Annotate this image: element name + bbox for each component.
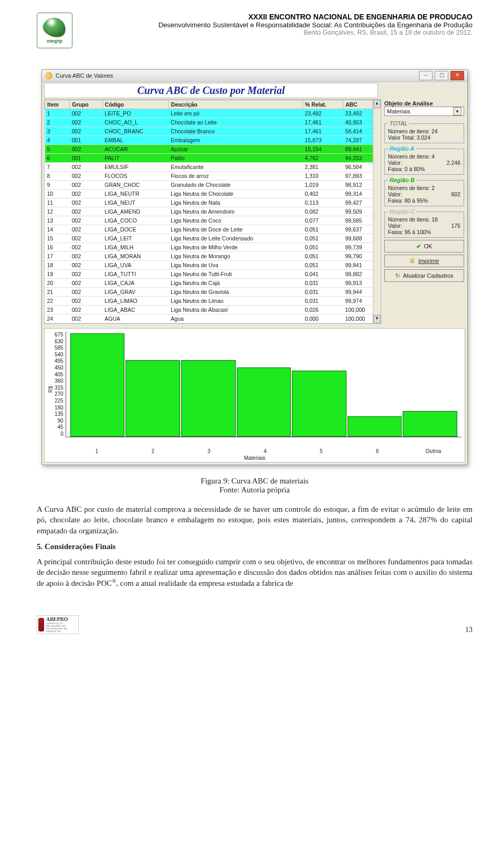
- table-row[interactable]: 8002FLOCOSFlocos de arroz1,31097,893: [45, 172, 381, 181]
- region-c-legend: Região C: [388, 208, 416, 215]
- scroll-up-button[interactable]: ▲: [373, 100, 381, 108]
- chart-panel: R$ 6756305855404954504053603152702251801…: [44, 328, 465, 462]
- print-button-label: Imprimir: [418, 258, 439, 264]
- table-row[interactable]: 5002ACUCARAçúcar15,15489,441: [45, 145, 381, 154]
- table-row[interactable]: 9002GRAN_CHOCGranulado de Chocolate1,019…: [45, 181, 381, 190]
- analysis-select[interactable]: Materiais ▼: [384, 107, 464, 116]
- x-tick: 2: [125, 448, 181, 454]
- table-cell: LIGA_TUTTI: [102, 270, 169, 279]
- table-cell: Palito: [169, 154, 302, 163]
- table-cell: CHOC_AO_L: [102, 118, 169, 127]
- table-cell: 14: [45, 225, 70, 234]
- table-cell: 0,026: [302, 306, 343, 314]
- table-cell: 002: [70, 314, 103, 323]
- region-b-itens-value: 2: [432, 185, 435, 191]
- total-valor-label: Valor Total:: [388, 134, 415, 141]
- table-row[interactable]: 21002LIGA_GRAVLiga Neutra de Graviola0,0…: [45, 288, 381, 297]
- table-cell: 0,051: [302, 252, 343, 261]
- table-row[interactable]: 24002AGUAAgua0,000100,000: [45, 314, 381, 323]
- table-cell: 002: [70, 234, 103, 243]
- minimize-button[interactable]: –: [419, 71, 433, 80]
- x-axis-label: Materiais: [48, 455, 461, 461]
- region-b-valor-label: Valor:: [388, 191, 402, 197]
- table-row[interactable]: 4001EMBALEmbalagem15,87374,287: [45, 136, 381, 145]
- table-cell: Chocolate ao Leite: [169, 118, 302, 127]
- region-c-faixa-label: Faixa:: [388, 229, 403, 235]
- section-heading: 5. Considerações Finais: [37, 542, 472, 551]
- table-row[interactable]: 14002LIGA_DOCELiga Neutra de Doce de Lei…: [45, 225, 381, 234]
- table-row[interactable]: 19002LIGA_TUTTILiga Neutra de Tutti-Frut…: [45, 270, 381, 279]
- table-cell: Liga Neutra de Milho Verde: [169, 243, 302, 252]
- table-cell: CHOC_BRANC: [102, 127, 169, 136]
- table-cell: LIGA_ABAC: [102, 306, 169, 314]
- table-cell: 002: [70, 145, 103, 154]
- refresh-button-label: Atualizar Cadastros: [403, 272, 454, 279]
- table-row[interactable]: 23002LIGA_ABACLiga Neutra de Abacaxi0,02…: [45, 306, 381, 314]
- region-a-itens-value: 4: [432, 153, 435, 160]
- analysis-value: Materiais: [387, 108, 411, 114]
- table-row[interactable]: 6001PALITPalito4,76294,203: [45, 154, 381, 163]
- column-header[interactable]: Código: [102, 100, 169, 109]
- refresh-icon: ↻: [395, 272, 400, 279]
- refresh-button[interactable]: ↻ Atualizar Cadastros: [384, 269, 464, 282]
- table-cell: 0,031: [302, 297, 343, 306]
- y-tick: 135: [55, 411, 64, 417]
- table-row[interactable]: 20002LIGA_CAJALiga Neutra de Cajá0,03199…: [45, 279, 381, 288]
- table-row[interactable]: 10002LIGA_NEUTRLiga Neutra de Chocolate0…: [45, 190, 381, 198]
- side-panel: Objeto de Análise Materiais ▼ TOTAL Núme…: [383, 99, 467, 326]
- vertical-scrollbar[interactable]: ▲ ▼: [373, 100, 381, 323]
- table-cell: 002: [70, 181, 103, 190]
- table-row[interactable]: 11002LIGA_NEUTLiga Neutra de Nata0,11399…: [45, 198, 381, 207]
- region-b-group: Região B Número de itens: 2 Valor: 602 F…: [384, 177, 464, 206]
- table-cell: GRAN_CHOC: [102, 181, 169, 190]
- table-row[interactable]: 7002EMULSIFEmulsificante2,38196,584: [45, 163, 381, 172]
- table-row[interactable]: 1002LEITE_POLeite em pó23,49223,492: [45, 109, 381, 118]
- table-row[interactable]: 16002LIGA_MILHLiga Neutra de Milho Verde…: [45, 243, 381, 252]
- ok-button[interactable]: ✔ OK: [384, 240, 464, 252]
- table-cell: 17,461: [302, 127, 343, 136]
- x-tick: 4: [237, 448, 293, 454]
- table-row[interactable]: 12002LIGA_AMENDLiga Neutra de Amendoim0,…: [45, 207, 381, 216]
- chart-bar: [70, 333, 125, 437]
- table-cell: 002: [70, 216, 103, 225]
- table-cell: LIGA_AMEND: [102, 207, 169, 216]
- column-header[interactable]: Item: [45, 100, 70, 109]
- table-row[interactable]: 2002CHOC_AO_LChocolate ao Leite17,46140,…: [45, 118, 381, 127]
- table-row[interactable]: 18002LIGA_UVALiga Neutra de Uva0,05199,8…: [45, 261, 381, 270]
- total-itens-label: Número de itens:: [388, 128, 430, 134]
- table-cell: 5: [45, 145, 70, 154]
- printer-icon: 🖶: [410, 258, 415, 264]
- print-button[interactable]: 🖶 Imprimir: [384, 255, 464, 267]
- maximize-button[interactable]: ▢: [435, 71, 448, 80]
- table-cell: LIGA_COCO: [102, 216, 169, 225]
- table-row[interactable]: 3002CHOC_BRANCChocolate Branco17,46158,4…: [45, 127, 381, 136]
- table-row[interactable]: 15002LIGA_LEITLiga Neutra de Leite Conde…: [45, 234, 381, 243]
- column-header[interactable]: Grupo: [70, 100, 103, 109]
- table-cell: LIGA_LIMAO: [102, 297, 169, 306]
- region-a-group: Região A Número de itens: 4 Valor: 2.246…: [384, 145, 464, 175]
- table-cell: 002: [70, 288, 103, 297]
- scroll-down-button[interactable]: ▼: [373, 315, 381, 323]
- region-a-legend: Região A: [388, 145, 416, 152]
- column-header[interactable]: % Relat.: [302, 100, 343, 109]
- table-cell: 1,310: [302, 172, 343, 181]
- region-c-itens-label: Número de itens:: [388, 216, 430, 223]
- table-cell: 002: [70, 109, 103, 118]
- page-number: 13: [465, 626, 472, 634]
- table-row[interactable]: 13002LIGA_COCOLiga Neutra de Coco0,07799…: [45, 216, 381, 225]
- table-cell: LIGA_NEUT: [102, 198, 169, 207]
- region-b-itens-label: Número de itens:: [388, 185, 430, 191]
- table-cell: 20: [45, 279, 70, 288]
- close-button[interactable]: ✕: [450, 71, 464, 80]
- table-cell: 002: [70, 190, 103, 198]
- table-row[interactable]: 22002LIGA_LIMAOLiga Neutra de Limao0,031…: [45, 297, 381, 306]
- abc-table: ItemGrupoCódigoDescrição% Relat.ABC 1002…: [45, 100, 381, 323]
- table-cell: 15: [45, 234, 70, 243]
- column-header[interactable]: Descrição: [169, 100, 302, 109]
- table-cell: 002: [70, 252, 103, 261]
- table-cell: LEITE_PO: [102, 109, 169, 118]
- x-tick: 6: [349, 448, 405, 454]
- table-cell: 3: [45, 127, 70, 136]
- table-cell: 0,031: [302, 279, 343, 288]
- table-row[interactable]: 17002LIGA_MORANLiga Neutra de Morango0,0…: [45, 252, 381, 261]
